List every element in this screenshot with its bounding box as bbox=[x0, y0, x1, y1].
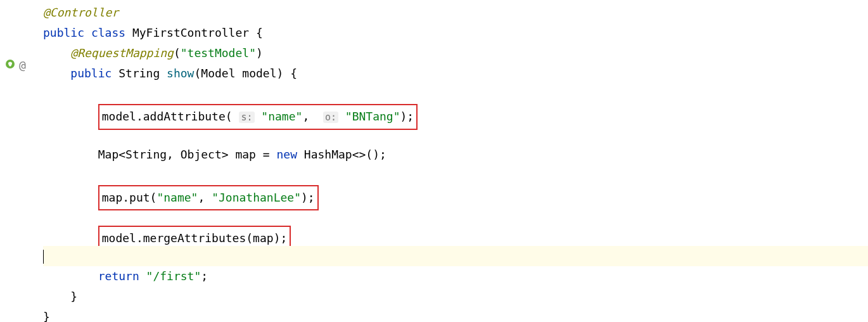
method-call: map.put( bbox=[102, 191, 157, 204]
method-call: model.mergeAttributes(map); bbox=[102, 231, 288, 245]
paren: ( bbox=[174, 46, 181, 60]
keyword: public bbox=[70, 67, 112, 80]
code-line bbox=[43, 84, 868, 104]
end: ); bbox=[400, 110, 414, 123]
code-line-current bbox=[43, 246, 868, 266]
code-editor[interactable]: @Controller public class MyFirstControll… bbox=[38, 0, 868, 322]
class-name: MyFirstController { bbox=[132, 26, 263, 39]
string-literal: "testModel" bbox=[181, 46, 256, 60]
code-line: Map<String, Object> map = new HashMap<>(… bbox=[43, 145, 868, 165]
code-line: model.addAttribute( s: "name", o: "BNTan… bbox=[43, 104, 868, 124]
keyword: class bbox=[91, 26, 125, 39]
code-line: @Controller bbox=[43, 3, 868, 23]
string-literal: "name" bbox=[156, 191, 198, 204]
code-line bbox=[43, 165, 868, 185]
return-type: String bbox=[118, 67, 160, 80]
code-line bbox=[43, 205, 868, 226]
keyword: return bbox=[98, 269, 139, 283]
code-line: } bbox=[43, 307, 868, 322]
comma: , bbox=[302, 110, 316, 123]
spring-bean-icon[interactable] bbox=[5, 58, 15, 72]
code-line: public String show(Model model) { bbox=[43, 63, 868, 84]
string-literal: "/first" bbox=[146, 269, 201, 283]
comma: , bbox=[198, 191, 212, 204]
code-line: @RequestMapping("testModel") bbox=[43, 43, 868, 63]
closing-brace: } bbox=[70, 290, 77, 303]
annotation: @Controller bbox=[43, 6, 118, 19]
string-literal: "JonathanLee" bbox=[212, 191, 301, 204]
end: ; bbox=[201, 269, 208, 283]
method-params: (Model model) { bbox=[194, 67, 297, 80]
keyword: public bbox=[43, 26, 84, 39]
method-call: model.addAttribute( bbox=[102, 110, 233, 123]
code-line: map.put("name", "JonathanLee"); bbox=[43, 185, 868, 205]
annotation: @RequestMapping bbox=[70, 46, 174, 60]
code-line: public class MyFirstController { bbox=[43, 23, 868, 43]
constructor-call: HashMap<>(); bbox=[297, 148, 386, 161]
code-line: return "/first"; bbox=[43, 266, 868, 287]
keyword: new bbox=[276, 148, 297, 161]
text-cursor bbox=[43, 250, 44, 264]
code-line bbox=[43, 124, 868, 145]
paren: ) bbox=[256, 46, 263, 60]
string-literal: "BNTang" bbox=[345, 110, 400, 123]
param-hint: o: bbox=[323, 112, 338, 123]
editor-gutter: @ bbox=[0, 0, 38, 322]
closing-brace: } bbox=[43, 310, 50, 322]
param-hint: s: bbox=[239, 112, 254, 123]
method-name: show bbox=[167, 67, 194, 80]
string-literal: "name" bbox=[261, 110, 302, 123]
code-line: } bbox=[43, 287, 868, 307]
annotation-gutter-icon[interactable]: @ bbox=[19, 58, 26, 72]
code-line: model.mergeAttributes(map); bbox=[43, 226, 868, 246]
var-decl: Map<String, Object> map = bbox=[98, 148, 277, 161]
end: ); bbox=[301, 191, 315, 204]
